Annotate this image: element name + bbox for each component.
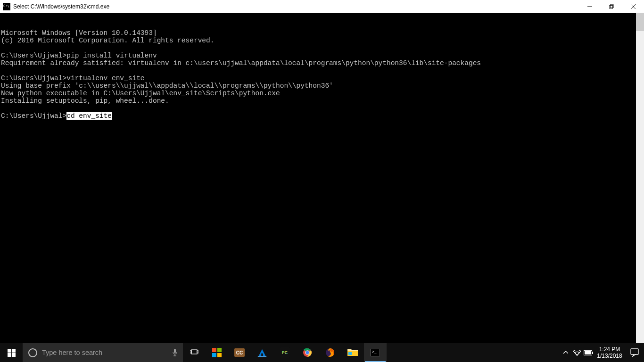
svg-rect-1 bbox=[610, 6, 613, 9]
tray-wifi[interactable] bbox=[571, 343, 583, 362]
clock-date: 1/13/2018 bbox=[597, 353, 622, 359]
taskbar-app-settings[interactable] bbox=[251, 343, 273, 362]
svg-rect-14 bbox=[197, 351, 198, 353]
search-box[interactable]: Type here to search bbox=[23, 343, 183, 362]
svg-marker-15 bbox=[259, 349, 266, 356]
console-selected-input[interactable]: cd env_site bbox=[66, 112, 112, 120]
minimize-button[interactable] bbox=[579, 0, 601, 13]
firefox-icon bbox=[325, 348, 335, 357]
task-view-icon bbox=[190, 349, 198, 356]
taskbar: Type here to search CC PC bbox=[0, 343, 644, 362]
svg-rect-2 bbox=[611, 5, 614, 8]
console-prompt: C:\Users\Ujjwal> bbox=[1, 112, 66, 120]
maximize-button[interactable] bbox=[601, 0, 622, 13]
svg-rect-16 bbox=[258, 356, 266, 357]
action-center-button[interactable] bbox=[625, 348, 644, 357]
svg-rect-24 bbox=[592, 352, 593, 354]
battery-icon bbox=[584, 350, 593, 355]
svg-rect-25 bbox=[585, 351, 591, 354]
svg-point-19 bbox=[306, 351, 309, 354]
tray-overflow-button[interactable] bbox=[560, 343, 571, 362]
svg-rect-26 bbox=[631, 349, 638, 354]
taskbar-apps: CC PC bbox=[206, 343, 387, 362]
clock-time: 1:24 PM bbox=[599, 346, 620, 353]
console-area[interactable]: Microsoft Windows [Version 10.0.14393] (… bbox=[0, 13, 644, 343]
svg-rect-8 bbox=[12, 353, 16, 357]
tiles-icon bbox=[212, 348, 222, 357]
start-button[interactable] bbox=[0, 343, 23, 362]
svg-rect-6 bbox=[12, 349, 16, 353]
file-explorer-icon bbox=[347, 348, 358, 357]
console-output: Microsoft Windows [Version 10.0.14393] (… bbox=[1, 29, 644, 112]
console-scrollbar[interactable] bbox=[636, 13, 644, 343]
svg-rect-7 bbox=[8, 353, 11, 357]
search-placeholder: Type here to search bbox=[42, 349, 167, 356]
taskbar-app-cc[interactable]: CC bbox=[228, 343, 251, 362]
system-tray: 1:24 PM 1/13/2018 bbox=[560, 343, 644, 362]
svg-rect-5 bbox=[8, 349, 11, 353]
pycharm-icon: PC bbox=[280, 347, 290, 358]
taskbar-app-file-explorer[interactable] bbox=[341, 343, 364, 362]
cmd-app-icon bbox=[3, 3, 10, 10]
task-view-button[interactable] bbox=[183, 343, 206, 362]
svg-rect-13 bbox=[190, 351, 191, 353]
cortana-icon bbox=[28, 348, 37, 357]
notification-icon bbox=[630, 348, 639, 357]
microphone-icon[interactable] bbox=[172, 348, 178, 357]
settings-icon bbox=[257, 347, 267, 358]
taskbar-app-firefox[interactable] bbox=[319, 343, 341, 362]
svg-rect-21 bbox=[348, 352, 352, 355]
svg-point-22 bbox=[577, 354, 578, 355]
window-title: Select C:\Windows\system32\cmd.exe bbox=[13, 0, 579, 13]
titlebar[interactable]: Select C:\Windows\system32\cmd.exe bbox=[0, 0, 644, 13]
taskbar-app-chrome[interactable] bbox=[296, 343, 319, 362]
wifi-icon bbox=[573, 350, 581, 356]
chevron-up-icon bbox=[563, 351, 568, 354]
cmd-window: Select C:\Windows\system32\cmd.exe Micro… bbox=[0, 0, 644, 343]
close-button[interactable] bbox=[622, 0, 644, 13]
windows-logo-icon bbox=[8, 349, 16, 357]
scrollbar-thumb[interactable] bbox=[636, 13, 644, 31]
svg-rect-12 bbox=[191, 350, 197, 354]
taskbar-app-cmd[interactable] bbox=[364, 343, 387, 362]
chrome-icon bbox=[303, 348, 312, 357]
taskbar-app-pycharm[interactable]: PC bbox=[273, 343, 296, 362]
svg-rect-9 bbox=[174, 349, 176, 353]
taskbar-app-microsoft-store[interactable] bbox=[206, 343, 228, 362]
cmd-icon bbox=[371, 349, 380, 356]
cc-icon: CC bbox=[234, 348, 245, 357]
tray-battery[interactable] bbox=[583, 343, 594, 362]
tray-clock[interactable]: 1:24 PM 1/13/2018 bbox=[594, 346, 625, 359]
